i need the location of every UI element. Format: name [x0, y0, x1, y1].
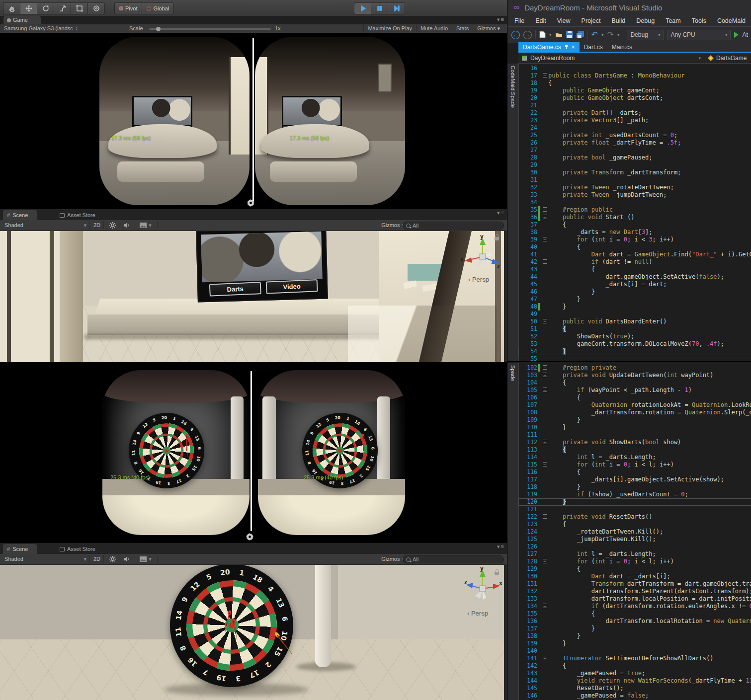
code-line-41[interactable]: 41 Dart dart = GameObject.Find("Dart_" +… [518, 251, 751, 258]
type-dropdown[interactable]: DartsGame [705, 55, 751, 62]
code-line-38[interactable]: 38 _darts = new Dart[3]; [518, 229, 751, 236]
hand-tool-icon[interactable] [3, 2, 20, 14]
code-line-143[interactable]: 143 _gamePaused = true; [518, 670, 751, 677]
code-line-29[interactable]: 29 [518, 161, 751, 169]
fold-marker[interactable]: − [541, 236, 548, 243]
code-line-25[interactable]: 25 private int _usedDartsCount = 0; [518, 132, 751, 139]
code-line-145[interactable]: 145 ResetDarts(); [518, 685, 751, 692]
code-line-146[interactable]: 146 _gamePaused = false; [518, 692, 751, 700]
new-file-dropdown-icon[interactable]: ▾ [549, 32, 552, 37]
menu-item-codemaid[interactable]: CodeMaid [717, 17, 746, 24]
code-line-19[interactable]: 19 public GameObject gameCont; [518, 87, 751, 94]
effects-dropdown[interactable]: ▾ [134, 555, 158, 563]
code-line-30[interactable]: 30 private Transform _dartTransform; [518, 169, 751, 176]
code-line-44[interactable]: 44 dart.gameObject.SetActive(false); [518, 273, 751, 281]
code-line-43[interactable]: 43 { [518, 266, 751, 273]
code-line-18[interactable]: 18{ [518, 79, 751, 87]
code-line-33[interactable]: 33 private Tween _jumpDartTween; [518, 191, 751, 199]
fold-marker[interactable]: − [541, 461, 548, 468]
fold-marker[interactable]: − [541, 364, 548, 372]
fold-marker[interactable]: − [541, 558, 548, 565]
scale-slider-knob[interactable] [156, 27, 161, 31]
code-line-126[interactable]: 126 [518, 543, 751, 550]
menu-item-build[interactable]: Build [611, 17, 625, 24]
code-line-124[interactable]: 124 _rotateDartTween.Kill(); [518, 528, 751, 536]
menu-item-edit[interactable]: Edit [535, 17, 546, 24]
code-line-48[interactable]: 48 } [518, 303, 751, 311]
code-line-118[interactable]: 118 } [518, 483, 751, 491]
fold-marker[interactable]: − [541, 387, 548, 394]
vr-settings-gear-icon[interactable] [247, 199, 255, 209]
menu-item-view[interactable]: View [557, 17, 571, 24]
code-line-16[interactable]: 16 [518, 65, 751, 72]
tab-options-icon[interactable]: ▾≡ [497, 16, 505, 23]
code-line-39[interactable]: 39− for (int i = 0; i < 3; i++) [518, 236, 751, 243]
start-debug-icon[interactable] [734, 32, 739, 38]
lock-icon[interactable] [495, 572, 499, 575]
play-button[interactable] [354, 2, 371, 14]
code-line-21[interactable]: 21 [518, 102, 751, 109]
code-line-24[interactable]: 24 [518, 124, 751, 132]
fold-marker[interactable]: − [541, 206, 548, 214]
code-line-135[interactable]: 135 { [518, 610, 751, 618]
code-line-119[interactable]: 119 if (!show) _usedDartsCount = 0; [518, 491, 751, 498]
undo-icon[interactable]: ↶ [591, 31, 598, 39]
codemaid-spade-side-tab[interactable]: Spade [507, 363, 519, 700]
code-line-52[interactable]: 52 ShowDarts(true); [518, 333, 751, 340]
code-line-132[interactable]: 132 dartTransform.SetParent(dartsCont.tr… [518, 588, 751, 595]
stats-button[interactable]: Stats [452, 24, 473, 32]
rect-tool-icon[interactable] [71, 2, 87, 14]
code-line-144[interactable]: 144 yield return new WaitForSeconds(_dar… [518, 677, 751, 685]
code-line-45[interactable]: 45 _darts[i] = dart; [518, 281, 751, 288]
code-line-35[interactable]: 35− #region public [518, 206, 751, 214]
persp-label[interactable]: ‹ Persp [468, 276, 489, 283]
navigate-back-icon[interactable]: ← [511, 31, 520, 39]
step-button[interactable] [388, 2, 405, 14]
aspect-dropdown[interactable]: Samsung Galaxy S3 (landsc ▴▾ [2, 24, 124, 32]
solution-config-dropdown[interactable]: Debug▾ [627, 30, 664, 40]
code-editor-top[interactable]: CodeMaid Spade 1617−public class DartsGa… [507, 64, 751, 362]
code-line-142[interactable]: 142 { [518, 662, 751, 670]
menu-item-project[interactable]: Project [582, 17, 601, 24]
code-line-116[interactable]: 116 { [518, 468, 751, 476]
code-line-130[interactable]: 130 Dart dart = _darts[i]; [518, 573, 751, 580]
redo-dropdown-icon[interactable]: ▾ [617, 32, 620, 37]
rotate-tool-icon[interactable] [37, 2, 54, 14]
tab-asset-store[interactable]: Asset Store [56, 544, 104, 554]
code-line-40[interactable]: 40 { [518, 243, 751, 251]
code-line-114[interactable]: 114 int l = _darts.Length; [518, 454, 751, 461]
code-line-36[interactable]: 36− public void Start () [518, 214, 751, 221]
code-line-136[interactable]: 136 dartTransform.localRotation = new Qu… [518, 618, 751, 625]
codemaid-spade-side-tab[interactable]: CodeMaid Spade [507, 64, 519, 361]
code-line-139[interactable]: 139 } [518, 640, 751, 647]
code-line-111[interactable]: 111 [518, 431, 751, 439]
code-line-115[interactable]: 115− for (int i = 0; i < l; i++) [518, 461, 751, 468]
2d-toggle[interactable]: 2D [90, 221, 104, 229]
fold-marker[interactable]: − [541, 258, 548, 266]
code-line-23[interactable]: 23 private Vector3[] _path; [518, 117, 751, 124]
global-button[interactable]: Global [142, 2, 174, 14]
code-line-122[interactable]: 122− private void ResetDarts() [518, 513, 751, 521]
code-line-108[interactable]: 108 _dartTransform.rotation = Quaternion… [518, 409, 751, 416]
fold-marker[interactable]: − [541, 603, 548, 610]
code-line-50[interactable]: 50− public void DartsBoardEnter() [518, 318, 751, 325]
menu-item-file[interactable]: File [514, 17, 524, 24]
navigate-forward-icon[interactable]: → [523, 31, 532, 39]
code-line-112[interactable]: 112− private void ShowDarts(bool show) [518, 439, 751, 446]
effects-dropdown[interactable]: ▾ [134, 221, 158, 229]
maximize-on-play-button[interactable]: Maximize On Play [363, 24, 416, 32]
code-line-47[interactable]: 47 } [518, 296, 751, 303]
scene-search-field[interactable]: All [403, 555, 504, 563]
solution-platform-dropdown[interactable]: Any CPU▾ [667, 30, 731, 40]
code-line-105[interactable]: 105− if (wayPoint < _path.Length - 1) [518, 387, 751, 394]
mute-audio-button[interactable]: Mute Audio [416, 24, 452, 32]
lighting-toggle[interactable] [106, 555, 119, 563]
fold-marker[interactable]: − [541, 214, 548, 221]
lighting-toggle[interactable] [106, 221, 119, 229]
code-line-51[interactable]: 51 { [518, 325, 751, 333]
fold-marker[interactable]: − [541, 318, 548, 325]
menu-item-debug[interactable]: Debug [636, 17, 655, 24]
code-line-127[interactable]: 127 int l = _darts.Length; [518, 550, 751, 558]
tab-scene[interactable]: # Scene [3, 544, 37, 554]
code-line-17[interactable]: 17−public class DartsGame : MonoBehaviou… [518, 72, 751, 79]
